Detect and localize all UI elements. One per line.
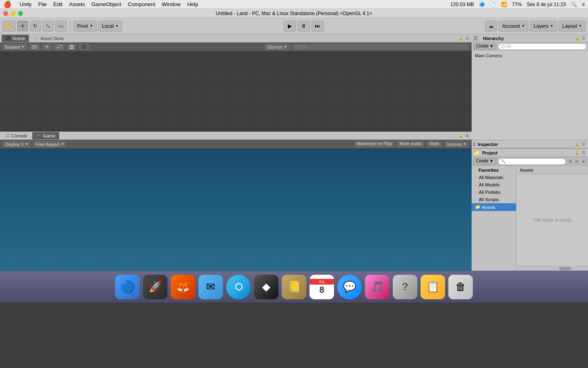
project-lock-icon[interactable]: 🔒	[574, 150, 580, 156]
project-all-prefabs[interactable]: ○ All Prefabs	[472, 188, 516, 196]
tab-asset-store[interactable]: 🛒 Asset Store	[30, 35, 68, 42]
notification-icon[interactable]: ≡	[582, 2, 585, 7]
scale-tool-button[interactable]: ⤡	[42, 21, 53, 31]
tab-scene[interactable]: ⬛ Scene	[2, 35, 29, 42]
scene-view: ⬛ Scene 🛒 Asset Store 🔒 ☰ Shaded ▼ 2	[0, 34, 472, 132]
dock-unity-hub-icon[interactable]: ⬡	[226, 275, 251, 299]
layers-label: Layers	[534, 23, 548, 29]
pivot-dropdown[interactable]: Pivot ▼	[74, 21, 97, 31]
hierarchy-menu-icon[interactable]: ☰	[581, 36, 586, 41]
toolbar-right: ☁ Account ▼ Layers ▼ Layout ▼	[485, 21, 586, 31]
dock-unity-icon[interactable]: ◆	[254, 275, 278, 299]
project-all-materials[interactable]: ○ All Materials	[472, 174, 516, 181]
dock-messages-icon[interactable]: 💬	[337, 275, 362, 299]
play-button[interactable]: ▶	[284, 21, 296, 31]
menu-assets[interactable]: Assets	[69, 1, 85, 7]
aspect-dropdown[interactable]: Free Aspect ▼	[33, 141, 67, 148]
scene-grid: 📷	[0, 52, 472, 132]
shading-dropdown[interactable]: Shaded ▼	[2, 43, 27, 51]
dock-itunes-icon[interactable]: 🎵	[365, 275, 390, 299]
menu-window[interactable]: Window	[162, 1, 180, 7]
layers-dropdown[interactable]: Layers ▼	[530, 21, 557, 31]
project-panel-icon: 📁	[473, 150, 480, 156]
project-assets-folder[interactable]: 📁 Assets	[472, 203, 516, 211]
menu-help[interactable]: Help	[187, 1, 198, 7]
menu-unity[interactable]: Unity	[20, 1, 32, 7]
dock-mail-icon[interactable]: ✉	[198, 275, 223, 299]
project-all-scripts[interactable]: ○ All Scripts	[472, 196, 516, 203]
assets-empty-label: This folder is empty	[533, 218, 572, 222]
move-tool-button[interactable]: ✛	[17, 21, 28, 31]
dock-calendar-icon[interactable]: JUL 8	[310, 275, 334, 299]
2d-button[interactable]: 2D	[29, 43, 40, 51]
close-button[interactable]	[3, 11, 8, 16]
project-tree: ★ Favorites ○ All Materials ○ All Models…	[472, 166, 517, 271]
dock-firefox-icon[interactable]: 🦊	[171, 275, 195, 299]
game-menu-icon[interactable]: ☰	[464, 133, 470, 139]
scene-menu-icon[interactable]: ☰	[464, 36, 470, 41]
scene-audio-btn[interactable]: 🔊	[53, 43, 65, 51]
dock-finder-icon[interactable]: 🔵	[115, 275, 140, 299]
layout-dropdown[interactable]: Layout ▼	[559, 21, 586, 31]
menu-gameobject[interactable]: GameObject	[91, 1, 121, 7]
scene-viewport[interactable]: 📷	[0, 52, 472, 132]
local-dropdown[interactable]: Local ▼	[98, 21, 122, 31]
scene-lock-icon[interactable]: 🔒	[458, 36, 463, 41]
hierarchy-lock-icon[interactable]: 🔒	[574, 36, 580, 41]
menu-component[interactable]: Component	[128, 1, 155, 7]
favorites-header[interactable]: ★ Favorites	[472, 166, 516, 174]
inspector-menu-icon[interactable]: ☰	[581, 141, 586, 147]
project-scrollbar-thumb[interactable]	[559, 267, 571, 270]
game-lock-icon[interactable]: 🔒	[458, 133, 463, 139]
stats-button[interactable]: Stats	[426, 141, 442, 148]
rect-tool-button[interactable]: ▭	[55, 21, 67, 31]
gizmos-dropdown[interactable]: Gizmos ▼	[264, 43, 290, 51]
game-gizmos-dropdown[interactable]: Gizmos ▼	[444, 141, 469, 148]
dock-launchpad-icon[interactable]: 🚀	[143, 275, 167, 299]
dock-trash-icon[interactable]: 🗑	[448, 275, 473, 299]
tab-game[interactable]: 🎮 Game	[32, 132, 59, 139]
spotlight-icon[interactable]: 🔍	[571, 2, 577, 7]
menu-edit[interactable]: Edit	[53, 1, 62, 7]
scene-effects-btn[interactable]: 🖼	[67, 43, 77, 51]
pause-button[interactable]: ⏸	[298, 21, 310, 31]
project-all-models[interactable]: ○ All Models	[472, 181, 516, 188]
account-dropdown[interactable]: Account ▼	[499, 21, 528, 31]
rotate-tool-button[interactable]: ↻	[30, 21, 41, 31]
project-scrollbar[interactable]	[517, 266, 588, 271]
scene-lighting-btn[interactable]: ☀	[42, 43, 52, 51]
game-viewport[interactable]	[0, 149, 472, 271]
project-tag-button[interactable]: 🏷	[574, 159, 580, 164]
project-star-button[interactable]: ★	[581, 159, 586, 164]
pivot-arrow: ▼	[90, 24, 93, 28]
dock-help-icon[interactable]: ?	[393, 275, 417, 299]
tab-console[interactable]: ☐ Console	[2, 132, 31, 139]
dock-notes-icon[interactable]: 📋	[421, 275, 445, 299]
asset-store-tab-icon: 🛒	[34, 36, 39, 40]
hand-tool-button[interactable]: ✋	[2, 21, 16, 31]
dock-contacts-icon[interactable]: 📒	[282, 275, 306, 299]
hierarchy-item-main-camera[interactable]: Main Camera	[473, 52, 586, 59]
window-controls	[3, 11, 23, 16]
assets-content-title: Assets	[520, 168, 533, 173]
display-dropdown[interactable]: Display 1 ▼	[2, 141, 31, 148]
hierarchy-search-input[interactable]: Q+All	[498, 43, 586, 50]
scene-search[interactable]: Q+All	[292, 43, 470, 51]
maximize-button[interactable]	[18, 11, 23, 16]
maximize-on-play-button[interactable]: Maximize on Play	[354, 141, 395, 148]
project-menu-icon[interactable]: ☰	[581, 150, 586, 156]
minimize-button[interactable]	[11, 11, 16, 16]
game-gizmos-label: Gizmos	[447, 142, 462, 147]
project-search-input[interactable]: 🔍	[498, 158, 566, 165]
inspector-lock-icon[interactable]: 🔒	[574, 141, 580, 147]
menu-file[interactable]: File	[38, 1, 47, 7]
cloud-button[interactable]: ☁	[485, 21, 497, 31]
hierarchy-create-button[interactable]: Create ▼	[473, 43, 497, 50]
step-button[interactable]: ⏭	[312, 21, 324, 31]
scene-camera-btn[interactable]: 🎥	[78, 43, 90, 51]
apple-menu[interactable]: 🍎	[3, 0, 11, 8]
scene-toolbar: Shaded ▼ 2D ☀ 🔊 🖼 🎥 Gizmos ▼ Q+All	[0, 43, 472, 52]
mute-audio-button[interactable]: Mute audio	[396, 141, 424, 148]
project-create-button[interactable]: Create ▼	[473, 158, 497, 165]
project-icon-view-button[interactable]: ⊞	[568, 159, 573, 164]
